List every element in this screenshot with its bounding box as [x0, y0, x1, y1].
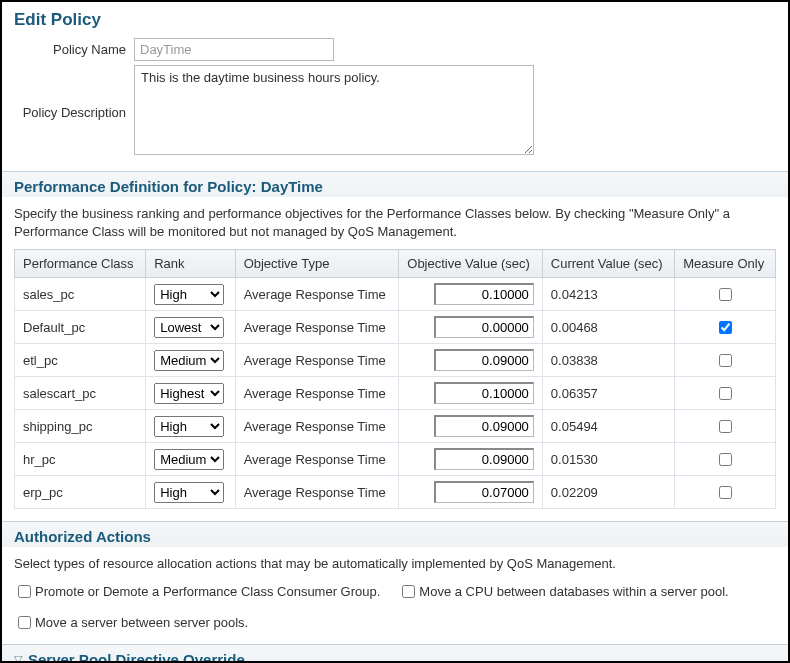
objective-value-input[interactable]	[434, 349, 534, 371]
auth-action-checkbox[interactable]	[18, 585, 31, 598]
objective-value-cell	[399, 443, 543, 476]
rank-cell: HighestHighMediumLowLowest	[146, 443, 235, 476]
objective-type-cell: Average Response Time	[235, 410, 399, 443]
server-pool-override-title: Server Pool Directive Override	[28, 651, 245, 663]
table-row: etl_pcHighestHighMediumLowLowestAverage …	[15, 344, 776, 377]
perf-class-cell: etl_pc	[15, 344, 146, 377]
current-value-cell: 0.04213	[542, 278, 674, 311]
measure-only-cell	[675, 443, 776, 476]
auth-action-checkbox[interactable]	[18, 616, 31, 629]
server-pool-override-header[interactable]: ▽ Server Pool Directive Override	[2, 644, 788, 663]
objective-type-cell: Average Response Time	[235, 377, 399, 410]
auth-action-option: Move a CPU between databases within a se…	[398, 582, 728, 601]
objective-type-cell: Average Response Time	[235, 278, 399, 311]
auth-action-label: Promote or Demote a Performance Class Co…	[35, 584, 380, 599]
objective-value-input[interactable]	[434, 415, 534, 437]
col-objective-value: Objective Value (sec)	[399, 250, 543, 278]
policy-name-input[interactable]	[134, 38, 334, 61]
perf-class-cell: salescart_pc	[15, 377, 146, 410]
measure-only-checkbox[interactable]	[719, 321, 732, 334]
perf-class-cell: Default_pc	[15, 311, 146, 344]
table-row: shipping_pcHighestHighMediumLowLowestAve…	[15, 410, 776, 443]
rank-select[interactable]: HighestHighMediumLowLowest	[154, 284, 224, 305]
current-value-cell: 0.05494	[542, 410, 674, 443]
rank-select[interactable]: HighestHighMediumLowLowest	[154, 482, 224, 503]
objective-type-cell: Average Response Time	[235, 476, 399, 509]
current-value-cell: 0.03838	[542, 344, 674, 377]
rank-cell: HighestHighMediumLowLowest	[146, 278, 235, 311]
col-objective-type: Objective Type	[235, 250, 399, 278]
rank-cell: HighestHighMediumLowLowest	[146, 410, 235, 443]
objective-type-cell: Average Response Time	[235, 344, 399, 377]
perf-instruction-text: Specify the business ranking and perform…	[14, 205, 776, 241]
table-row: salescart_pcHighestHighMediumLowLowestAv…	[15, 377, 776, 410]
rank-select[interactable]: HighestHighMediumLowLowest	[154, 350, 224, 371]
auth-action-option: Promote or Demote a Performance Class Co…	[14, 582, 380, 601]
measure-only-cell	[675, 377, 776, 410]
measure-only-checkbox[interactable]	[719, 354, 732, 367]
table-row: sales_pcHighestHighMediumLowLowestAverag…	[15, 278, 776, 311]
col-rank: Rank	[146, 250, 235, 278]
objective-value-input[interactable]	[434, 448, 534, 470]
table-row: hr_pcHighestHighMediumLowLowestAverage R…	[15, 443, 776, 476]
perf-class-cell: sales_pc	[15, 278, 146, 311]
policy-name-label: Policy Name	[14, 38, 134, 57]
objective-value-cell	[399, 278, 543, 311]
measure-only-cell	[675, 410, 776, 443]
table-row: Default_pcHighestHighMediumLowLowestAver…	[15, 311, 776, 344]
objective-value-cell	[399, 344, 543, 377]
current-value-cell: 0.06357	[542, 377, 674, 410]
current-value-cell: 0.02209	[542, 476, 674, 509]
auth-instruction-text: Select types of resource allocation acti…	[14, 555, 776, 573]
authorized-actions-title: Authorized Actions	[14, 528, 151, 545]
objective-type-cell: Average Response Time	[235, 311, 399, 344]
perf-class-cell: hr_pc	[15, 443, 146, 476]
rank-select[interactable]: HighestHighMediumLowLowest	[154, 383, 224, 404]
measure-only-checkbox[interactable]	[719, 486, 732, 499]
objective-value-input[interactable]	[434, 382, 534, 404]
rank-cell: HighestHighMediumLowLowest	[146, 476, 235, 509]
perf-definition-header: Performance Definition for Policy: DayTi…	[2, 171, 788, 197]
current-value-cell: 0.00468	[542, 311, 674, 344]
col-measure-only: Measure Only	[675, 250, 776, 278]
objective-value-cell	[399, 410, 543, 443]
objective-value-input[interactable]	[434, 316, 534, 338]
auth-action-option: Move a server between server pools.	[14, 613, 248, 632]
objective-value-input[interactable]	[434, 283, 534, 305]
rank-cell: HighestHighMediumLowLowest	[146, 311, 235, 344]
auth-action-checkbox[interactable]	[402, 585, 415, 598]
auth-action-label: Move a CPU between databases within a se…	[419, 584, 728, 599]
objective-value-cell	[399, 377, 543, 410]
measure-only-cell	[675, 476, 776, 509]
rank-select[interactable]: HighestHighMediumLowLowest	[154, 449, 224, 470]
measure-only-checkbox[interactable]	[719, 420, 732, 433]
auth-action-label: Move a server between server pools.	[35, 615, 248, 630]
measure-only-cell	[675, 311, 776, 344]
authorized-actions-header: Authorized Actions	[2, 521, 788, 547]
perf-table: Performance Class Rank Objective Type Ob…	[14, 249, 776, 509]
page-title: Edit Policy	[14, 10, 776, 30]
rank-cell: HighestHighMediumLowLowest	[146, 344, 235, 377]
objective-type-cell: Average Response Time	[235, 443, 399, 476]
objective-value-input[interactable]	[434, 481, 534, 503]
measure-only-checkbox[interactable]	[719, 453, 732, 466]
rank-cell: HighestHighMediumLowLowest	[146, 377, 235, 410]
rank-select[interactable]: HighestHighMediumLowLowest	[154, 317, 224, 338]
measure-only-checkbox[interactable]	[719, 387, 732, 400]
table-row: erp_pcHighestHighMediumLowLowestAverage …	[15, 476, 776, 509]
col-perf-class: Performance Class	[15, 250, 146, 278]
measure-only-checkbox[interactable]	[719, 288, 732, 301]
current-value-cell: 0.01530	[542, 443, 674, 476]
objective-value-cell	[399, 311, 543, 344]
col-current-value: Current Value (sec)	[542, 250, 674, 278]
policy-desc-label: Policy Description	[14, 65, 134, 120]
measure-only-cell	[675, 278, 776, 311]
collapse-triangle-icon: ▽	[14, 653, 22, 663]
policy-desc-textarea[interactable]	[134, 65, 534, 155]
perf-class-cell: erp_pc	[15, 476, 146, 509]
perf-class-cell: shipping_pc	[15, 410, 146, 443]
measure-only-cell	[675, 344, 776, 377]
rank-select[interactable]: HighestHighMediumLowLowest	[154, 416, 224, 437]
perf-definition-title: Performance Definition for Policy: DayTi…	[14, 178, 323, 195]
objective-value-cell	[399, 476, 543, 509]
